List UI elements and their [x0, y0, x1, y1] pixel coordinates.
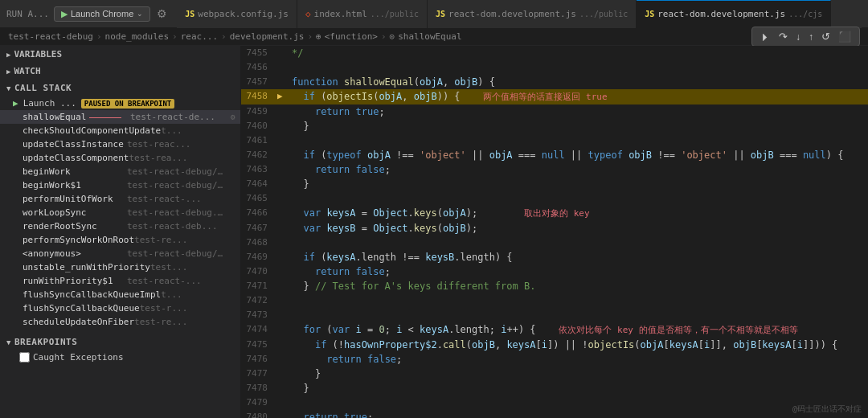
debug-step-over-button[interactable]: ↷ — [776, 29, 791, 44]
debug-step-out-button[interactable]: ↑ — [805, 30, 817, 44]
line-content-7478: } — [290, 381, 868, 395]
line-num-7462: 7462 — [241, 148, 277, 162]
index-tab-path: .../public — [371, 10, 419, 18]
line-content-7464: } — [290, 177, 868, 191]
caught-exceptions-label: Caught Exceptions — [33, 352, 124, 363]
stack-source-12: test-react-... — [127, 276, 202, 286]
line-num-7463: 7463 — [241, 162, 277, 177]
breadcrumb-part2: node_modules — [105, 31, 169, 42]
stack-source-1: t... — [161, 125, 182, 136]
stack-item-4[interactable]: beginWork test-react-debug/no... — [0, 165, 240, 178]
line-num-7467: 7467 — [241, 221, 277, 236]
stack-item-8[interactable]: renderRootSync test-react-deb... — [0, 219, 240, 233]
tab-webpack[interactable]: JS webpack.config.js — [177, 0, 297, 28]
code-area: 7455 */ 7456 7457 function shallowEqual(… — [241, 46, 868, 418]
stack-fn-9: performSyncWorkOnRoot — [23, 235, 134, 245]
call-stack-chevron-icon: ▼ — [6, 84, 11, 92]
variables-section-header[interactable]: ▶ VARIABLES — [0, 46, 240, 63]
stack-source-6: test-react-... — [127, 194, 202, 204]
code-line-7457: 7457 function shallowEqual(objA, objB) { — [241, 75, 868, 89]
stack-fn-15: scheduleUpdateOnFiber — [23, 317, 134, 327]
line-num-7472: 7472 — [241, 293, 277, 308]
stack-item-6[interactable]: performUnitOfWork test-react-... — [0, 192, 240, 206]
call-stack-header[interactable]: ▼ CALL STACK — [0, 80, 240, 96]
stack-source-9: test-re... — [134, 235, 187, 245]
stack-fn-11: unstable_runWithPriority — [23, 262, 150, 273]
caught-exceptions-checkbox[interactable] — [19, 352, 30, 363]
line-content-7473 — [290, 308, 868, 322]
line-num-7468: 7468 — [241, 236, 277, 250]
stack-source-4: test-react-debug/no... — [127, 166, 224, 177]
tab-index-html[interactable]: ◇ index.html .../public — [297, 0, 428, 28]
code-line-7455: 7455 */ — [241, 46, 868, 60]
top-bar: RUN A... ▶ Launch Chrome ⌄ ⚙ JS webpack.… — [0, 0, 868, 28]
stack-fn-12: runWithPriority$1 — [23, 276, 127, 286]
line-num-7458: 7458 — [241, 89, 277, 104]
stack-fn-3: updateClassComponent — [23, 153, 129, 163]
line-content-7458: if (objectIs(objA, objB)) { 两个值相等的话直接返回 … — [290, 89, 868, 104]
stack-source-8: test-react-deb... — [127, 221, 218, 232]
breakpoints-header[interactable]: ▼ BREAKPOINTS — [0, 334, 240, 350]
line-num-7460: 7460 — [241, 119, 277, 133]
breadcrumb-part4: development.js — [230, 31, 305, 42]
stack-item-5[interactable]: beginWork$1 test-react-debug/... — [0, 178, 240, 192]
breakpoints-chevron-icon: ▼ — [6, 338, 11, 346]
breadcrumb-sep5: › — [381, 31, 387, 42]
play-icon: ▶ — [61, 9, 68, 19]
stack-source-14: test-r... — [140, 303, 188, 314]
code-line-7471: 7471 } // Test for A's keys different fr… — [241, 279, 868, 293]
stack-item-10[interactable]: <anonymous> test-react-debug/... — [0, 247, 240, 260]
line-num-7473: 7473 — [241, 308, 277, 322]
code-line-7477: 7477 } — [241, 367, 868, 381]
stack-item-11[interactable]: unstable_runWithPriority test... — [0, 260, 240, 274]
stack-item-7[interactable]: workLoopSync test-react-debug... — [0, 206, 240, 219]
code-line-7456: 7456 — [241, 60, 868, 75]
launch-button[interactable]: ▶ Launch Chrome ⌄ — [54, 6, 150, 22]
thread-play-icon: ▶ — [13, 98, 18, 109]
index-tab-label: index.html — [314, 9, 367, 19]
code-editor[interactable]: 7455 */ 7456 7457 function shallowEqual(… — [241, 46, 868, 418]
debug-stop-button[interactable]: ⬛ — [835, 29, 854, 44]
line-content-7469: if (keysA.length !== keysB.length) { — [290, 250, 868, 264]
line-content-7460: } — [290, 119, 868, 133]
line-num-7475: 7475 — [241, 338, 277, 352]
stack-fn-8: renderRootSync — [23, 221, 127, 232]
variables-label: VARIABLES — [14, 49, 62, 59]
stack-item-12[interactable]: runWithPriority$1 test-react-... — [0, 274, 240, 288]
breadcrumb-part6: shallowEqual — [398, 31, 461, 42]
stack-item-9[interactable]: performSyncWorkOnRoot test-re... — [0, 233, 240, 247]
react-dom2-tab-path: .../cjs — [788, 10, 822, 18]
caught-exceptions-item[interactable]: Caught Exceptions — [0, 350, 240, 364]
stack-item-2[interactable]: updateClassInstance test-reac... — [0, 137, 240, 151]
stack-item-14[interactable]: flushSyncCallbackQueue test-r... — [0, 301, 240, 315]
stack-item-1[interactable]: checkShouldComponentUpdate t... — [0, 124, 240, 137]
code-line-7470: 7470 return false; — [241, 264, 868, 279]
gear-button[interactable]: ⚙ — [155, 6, 169, 22]
line-num-7456: 7456 — [241, 60, 277, 75]
debug-step-into-button[interactable]: ↓ — [792, 30, 804, 44]
stack-source-0: test-react-de... — [130, 112, 215, 122]
line-content-7477: } — [290, 367, 868, 381]
call-stack-thread[interactable]: ▶ Launch ... PAUSED ON BREAKPOINT — [0, 96, 240, 110]
line-num-7457: 7457 — [241, 75, 277, 89]
tab-react-dom2[interactable]: JS react-dom.development.js .../cjs — [637, 0, 831, 28]
stack-item-0[interactable]: shallowEqual test-react-de... ⚙ — [0, 110, 240, 124]
line-num-7455: 7455 — [241, 46, 277, 60]
breadcrumb: test-react-debug › node_modules › reac..… — [0, 28, 868, 46]
line-num-7464: 7464 — [241, 177, 277, 191]
stack-item-15[interactable]: scheduleUpdateOnFiber test-re... — [0, 315, 240, 329]
tab-react-dom1[interactable]: JS react-dom.development.js .../public — [428, 0, 637, 28]
stack-fn-6: performUnitOfWork — [23, 194, 127, 204]
stack-source-7: test-react-debug... — [127, 207, 224, 218]
watch-section-header[interactable]: ▶ WATCH — [0, 63, 240, 80]
code-line-7480: 7480 return true; — [241, 410, 868, 418]
stack-source-3: test-rea... — [129, 153, 187, 163]
watermark: @码士匠出话不对症 — [792, 404, 862, 415]
code-line-7469: 7469 if (keysA.length !== keysB.length) … — [241, 250, 868, 264]
stack-item-3[interactable]: updateClassComponent test-rea... — [0, 151, 240, 165]
line-content-7472 — [290, 293, 868, 308]
debug-restart-button[interactable]: ↺ — [818, 29, 833, 44]
debug-continue-button[interactable]: ⏵ — [757, 29, 774, 44]
chevron-down-icon: ⌄ — [137, 10, 143, 18]
stack-item-13[interactable]: flushSyncCallbackQueueImpl t... — [0, 288, 240, 301]
